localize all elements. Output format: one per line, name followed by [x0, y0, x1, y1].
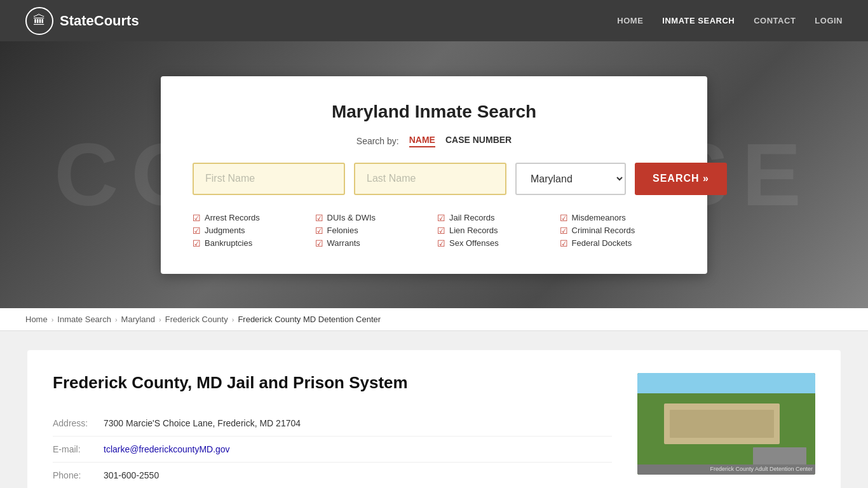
checklist-label: Misdemeanors: [572, 213, 626, 222]
table-row: Address: 7300 Marcie'S Choice Lane, Fred…: [53, 410, 612, 437]
breadcrumb-sep-2: ›: [115, 316, 118, 323]
last-name-input[interactable]: [354, 163, 506, 195]
list-item: ☑ Arrest Records: [193, 213, 309, 223]
check-icon: ☑: [437, 213, 445, 223]
facility-image-caption: Frederick County Adult Detention Center: [710, 466, 813, 472]
check-icon: ☑: [437, 238, 445, 248]
nav-inmate-search[interactable]: INMATE SEARCH: [662, 16, 735, 25]
check-icon: ☑: [315, 226, 323, 236]
breadcrumb-sep-4: ›: [232, 316, 234, 323]
nav-home[interactable]: HOME: [617, 16, 643, 25]
email-label: E-mail:: [53, 437, 104, 463]
table-row: E-mail: tclarke@frederickcountyMD.gov: [53, 437, 612, 463]
search-card-title: Maryland Inmate Search: [193, 102, 675, 122]
checklist-label: Warrants: [327, 238, 360, 248]
checklist-label: Judgments: [205, 226, 245, 235]
search-inputs: Maryland Alabama Alaska Arizona Arkansas…: [193, 163, 675, 195]
list-item: ☑ Jail Records: [437, 213, 553, 223]
content-right: Frederick County Adult Detention Center: [637, 373, 815, 488]
nav-login[interactable]: LOGIN: [815, 16, 843, 25]
breadcrumb-frederick-county[interactable]: Frederick County: [165, 315, 228, 324]
search-button[interactable]: SEARCH »: [635, 163, 727, 195]
check-icon: ☑: [560, 213, 568, 223]
facility-building: [664, 403, 780, 444]
checklist-label: Arrest Records: [205, 213, 260, 222]
breadcrumb-current: Frederick County MD Detention Center: [238, 315, 381, 324]
checklist-label: Jail Records: [449, 213, 495, 222]
info-table: Address: 7300 Marcie'S Choice Lane, Fred…: [53, 410, 612, 488]
checklist-label: Bankruptcies: [205, 238, 252, 248]
check-icon: ☑: [560, 226, 568, 236]
breadcrumb-home[interactable]: Home: [25, 315, 48, 324]
logo[interactable]: 🏛 StateCourts: [25, 7, 139, 35]
check-icon: ☑: [193, 238, 201, 248]
facility-image: Frederick County Adult Detention Center: [637, 373, 815, 475]
search-by-label: Search by:: [356, 136, 399, 146]
content-left: Frederick County, MD Jail and Prison Sys…: [53, 373, 612, 488]
state-select[interactable]: Maryland Alabama Alaska Arizona Arkansas…: [515, 163, 626, 195]
check-icon: ☑: [193, 226, 201, 236]
check-icon: ☑: [315, 238, 323, 248]
checklist-label: DUIs & DWIs: [327, 213, 376, 222]
main-content: Frederick County, MD Jail and Prison Sys…: [0, 331, 868, 488]
phone-value: 301-600-2550: [104, 463, 612, 489]
checklist-label: Lien Records: [449, 226, 498, 235]
check-icon: ☑: [315, 213, 323, 223]
content-card: Frederick County, MD Jail and Prison Sys…: [27, 350, 841, 488]
phone-label: Phone:: [53, 463, 104, 489]
breadcrumb-maryland[interactable]: Maryland: [121, 315, 155, 324]
list-item: ☑ Bankruptcies: [193, 238, 309, 248]
content-card-inner: Frederick County, MD Jail and Prison Sys…: [53, 373, 815, 488]
list-item: ☑ Judgments: [193, 226, 309, 236]
search-by-row: Search by: NAME CASE NUMBER: [193, 135, 675, 147]
list-item: ☑ Felonies: [315, 226, 431, 236]
checklist-label: Sex Offenses: [449, 238, 499, 248]
list-item: ☑ Sex Offenses: [437, 238, 553, 248]
breadcrumb: Home › Inmate Search › Maryland › Freder…: [0, 308, 868, 331]
breadcrumb-inmate-search[interactable]: Inmate Search: [57, 315, 111, 324]
breadcrumb-sep-3: ›: [159, 316, 161, 323]
facility-img-inner: [637, 373, 815, 475]
main-nav: HOME INMATE SEARCH CONTACT LOGIN: [617, 16, 843, 25]
check-icon: ☑: [560, 238, 568, 248]
check-icon: ☑: [437, 226, 445, 236]
tab-name[interactable]: NAME: [409, 135, 435, 147]
email-value: tclarke@frederickcountyMD.gov: [104, 437, 612, 463]
check-icon: ☑: [193, 213, 201, 223]
jail-title: Frederick County, MD Jail and Prison Sys…: [53, 373, 612, 393]
first-name-input[interactable]: [193, 163, 345, 195]
nav-contact[interactable]: CONTACT: [754, 16, 796, 25]
tab-case-number[interactable]: CASE NUMBER: [445, 135, 512, 147]
list-item: ☑ Criminal Records: [560, 226, 676, 236]
search-card: Maryland Inmate Search Search by: NAME C…: [161, 76, 707, 274]
logo-text: StateCourts: [60, 13, 139, 29]
checklist-label: Criminal Records: [572, 226, 635, 235]
logo-icon: 🏛: [25, 7, 53, 35]
checklist: ☑ Arrest Records ☑ DUIs & DWIs ☑ Jail Re…: [193, 213, 675, 248]
address-label: Address:: [53, 410, 104, 437]
list-item: ☑ Warrants: [315, 238, 431, 248]
address-value: 7300 Marcie'S Choice Lane, Frederick, MD…: [104, 410, 612, 437]
list-item: ☑ DUIs & DWIs: [315, 213, 431, 223]
table-row: Phone: 301-600-2550: [53, 463, 612, 489]
checklist-label: Federal Dockets: [572, 238, 632, 248]
breadcrumb-sep-1: ›: [51, 316, 54, 323]
email-link[interactable]: tclarke@frederickcountyMD.gov: [104, 444, 230, 454]
list-item: ☑ Lien Records: [437, 226, 553, 236]
checklist-label: Felonies: [327, 226, 358, 235]
header: 🏛 StateCourts HOME INMATE SEARCH CONTACT…: [0, 0, 868, 41]
list-item: ☑ Misdemeanors: [560, 213, 676, 223]
list-item: ☑ Federal Dockets: [560, 238, 676, 248]
hero-section: COURTHOUSE Maryland Inmate Search Search…: [0, 41, 868, 308]
